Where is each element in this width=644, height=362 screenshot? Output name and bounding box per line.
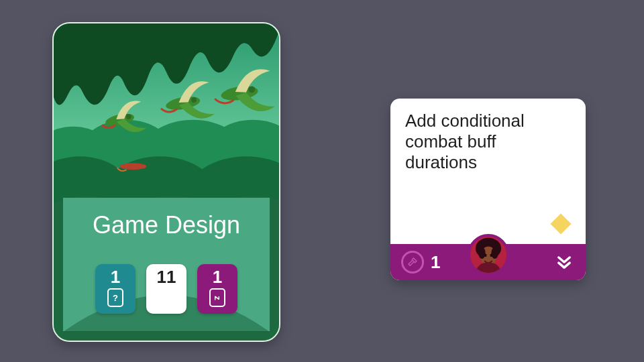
hammer-badge-icon <box>401 251 424 274</box>
stat-active-count: 11 <box>157 268 176 286</box>
svg-point-25 <box>490 254 492 257</box>
stat-snoozed[interactable]: 1 z <box>197 264 237 314</box>
svg-point-14 <box>120 163 147 170</box>
stat-triage[interactable]: 1 ? <box>95 264 136 314</box>
assignee-avatar[interactable] <box>468 234 509 276</box>
svg-point-22 <box>478 247 485 259</box>
question-icon: ? <box>107 288 123 307</box>
stat-snoozed-count: 1 <box>213 268 222 286</box>
stat-triage-count: 1 <box>111 268 120 286</box>
board-title: Game Design <box>54 211 279 239</box>
task-title: Add conditional combat buff durations <box>390 99 586 174</box>
priority-diamond-icon <box>550 213 571 234</box>
board-stats-row: 1 ? 11 1 z <box>54 264 279 316</box>
board-card[interactable]: Game Design 1 ? 11 1 z <box>52 22 280 342</box>
task-card[interactable]: Add conditional combat buff durations 1 <box>390 99 586 280</box>
stat-active[interactable]: 11 <box>146 264 186 314</box>
snooze-icon: z <box>209 288 225 307</box>
task-footer-count: 1 <box>431 252 440 273</box>
svg-point-24 <box>484 254 486 257</box>
svg-point-23 <box>491 247 498 259</box>
chevron-down-double-icon[interactable] <box>553 251 575 273</box>
